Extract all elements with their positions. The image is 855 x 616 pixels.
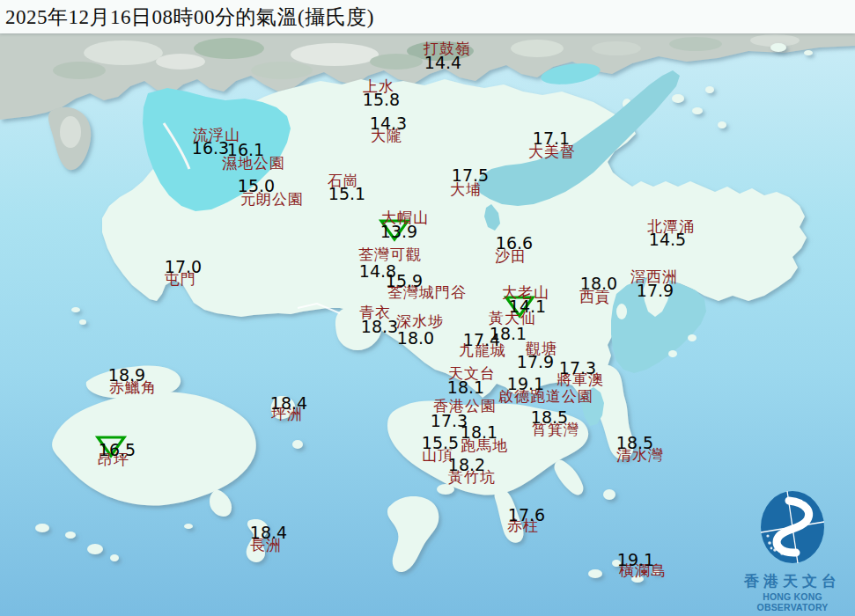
hko-logo-name-en: HONG KONG OBSERVATORY <box>732 591 853 612</box>
title-bar: 2025年12月16日08時00分的氣溫(攝氏度) <box>0 0 855 33</box>
hong-kong-map <box>0 0 855 616</box>
hko-logo-icon <box>752 488 833 567</box>
hko-temperature-map-page: 打鼓嶺 14.4 上水 15.8 大隴 14.3 流浮山 16.3 濕地公園 1… <box>0 0 855 616</box>
map-title: 2025年12月16日08時00分的氣溫(攝氏度) <box>0 4 374 31</box>
hko-logo-name-cn: 香港天文台 <box>732 571 853 591</box>
hko-logo: 香港天文台 HONG KONG OBSERVATORY <box>732 488 853 612</box>
